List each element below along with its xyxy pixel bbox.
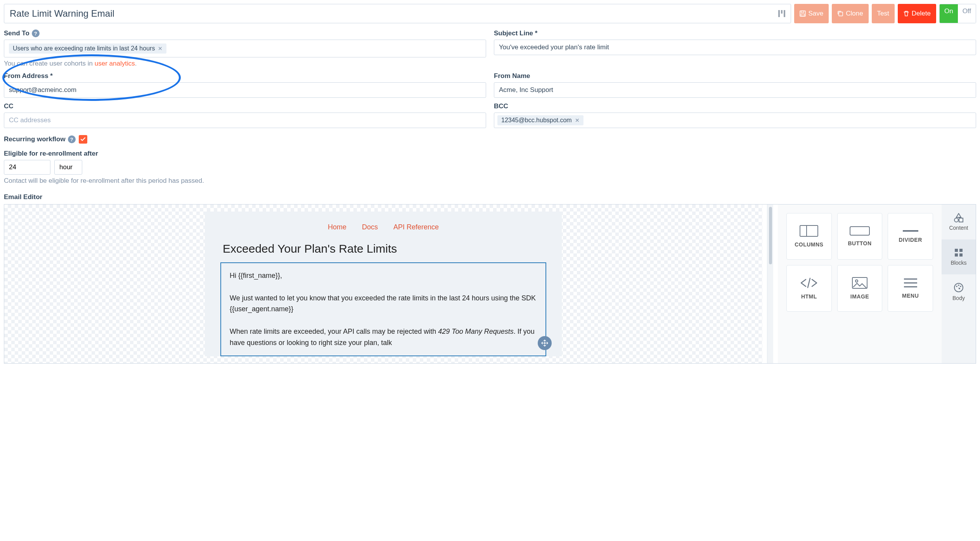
svg-rect-21	[959, 253, 963, 257]
svg-point-16	[954, 218, 958, 222]
svg-rect-4	[801, 11, 804, 13]
send-to-hint: You can create user cohorts in user anal…	[4, 60, 486, 68]
email-paragraph-2: When rate limits are exceeded, your API …	[230, 326, 537, 349]
delete-button[interactable]: Delete	[898, 4, 936, 23]
workflow-title-input[interactable]: Rate Limit Warning Email	[4, 4, 791, 23]
recurring-checkbox[interactable]	[79, 135, 87, 144]
tile-image[interactable]: IMAGE	[837, 265, 883, 312]
svg-point-12	[855, 280, 858, 282]
workflow-title-text: Rate Limit Warning Email	[10, 8, 114, 19]
recurring-label: Recurring workflow	[4, 135, 66, 143]
cc-label: CC	[4, 102, 486, 110]
email-paragraph-1: We just wanted to let you know that you …	[230, 293, 537, 315]
recurring-field: Recurring workflow ?	[4, 135, 976, 144]
cohort-chip: Users who are exceeding rate limits in l…	[9, 43, 166, 54]
from-address-input[interactable]	[4, 82, 486, 98]
bcc-input[interactable]: 12345@bcc.hubspot.com ✕	[494, 113, 976, 128]
svg-rect-6	[839, 12, 843, 16]
from-address-label: From Address *	[4, 72, 486, 80]
tile-columns[interactable]: COLUMNS	[786, 213, 832, 260]
move-block-handle[interactable]	[538, 336, 552, 350]
nav-link-api[interactable]: API Reference	[393, 223, 439, 231]
remove-chip-icon[interactable]: ✕	[158, 45, 163, 52]
editor-right-panel: COLUMNS BUTTON DIVIDER HTML IMAGE	[778, 205, 976, 363]
svg-rect-2	[784, 10, 785, 17]
cc-text[interactable]	[9, 116, 481, 124]
subject-text[interactable]	[499, 43, 971, 51]
email-greeting: Hi {{first_name}},	[230, 270, 537, 281]
clone-button[interactable]: Clone	[832, 4, 868, 23]
canvas-scrollbar[interactable]	[767, 205, 773, 363]
side-tab-content[interactable]: Content	[942, 205, 976, 239]
svg-rect-1	[781, 10, 783, 14]
email-editor-label: Email Editor	[4, 193, 976, 201]
svg-rect-7	[800, 225, 818, 236]
from-name-label: From Name	[494, 72, 976, 80]
svg-rect-20	[955, 253, 958, 257]
template-variable-icon[interactable]	[778, 9, 785, 18]
send-to-field: Send To ? Users who are exceeding rate l…	[4, 29, 486, 68]
from-address-text[interactable]	[9, 86, 481, 94]
from-name-text[interactable]	[499, 86, 971, 94]
svg-rect-5	[801, 14, 805, 16]
send-to-input[interactable]: Users who are exceeding rate limits in l…	[4, 40, 486, 57]
subject-label: Subject Line *	[494, 29, 976, 37]
email-heading[interactable]: Exceeded Your Plan's Rate Limits	[223, 242, 554, 255]
reenroll-unit-input[interactable]	[54, 160, 82, 175]
email-canvas[interactable]: Home Docs API Reference Exceeded Your Pl…	[4, 205, 762, 363]
reenroll-hint: Contact will be eligible for re-enrollme…	[4, 177, 976, 185]
tile-divider[interactable]: DIVIDER	[888, 213, 933, 260]
send-to-label: Send To	[4, 29, 29, 37]
tile-button[interactable]: BUTTON	[837, 213, 883, 260]
remove-bcc-chip-icon[interactable]: ✕	[575, 117, 580, 123]
svg-rect-17	[959, 218, 963, 222]
from-address-field: From Address *	[4, 72, 486, 98]
nav-link-home[interactable]: Home	[328, 223, 346, 231]
tile-menu[interactable]: MENU	[888, 265, 933, 312]
svg-rect-0	[778, 10, 780, 17]
svg-point-24	[958, 284, 959, 286]
side-tab-body[interactable]: Body	[942, 274, 976, 309]
svg-rect-9	[850, 227, 869, 235]
help-icon[interactable]: ?	[68, 135, 76, 143]
from-name-input[interactable]	[494, 82, 976, 98]
svg-rect-19	[959, 249, 963, 252]
test-button[interactable]: Test	[872, 4, 895, 23]
reenroll-value-input[interactable]	[4, 160, 50, 175]
cc-field: CC	[4, 102, 486, 128]
email-nav: Home Docs API Reference	[213, 223, 554, 231]
side-tab-blocks[interactable]: Blocks	[942, 239, 976, 274]
toggle-on[interactable]: On	[940, 4, 958, 23]
help-icon[interactable]: ?	[32, 29, 40, 37]
cc-input[interactable]	[4, 113, 486, 128]
reenroll-label: Eligible for re-enrollment after	[4, 150, 976, 158]
svg-point-23	[956, 286, 957, 287]
bcc-chip: 12345@bcc.hubspot.com ✕	[497, 115, 583, 125]
reenroll-field: Eligible for re-enrollment after Contact…	[4, 150, 976, 185]
svg-rect-18	[955, 249, 958, 252]
toggle-off[interactable]: Off	[958, 4, 976, 23]
scrollbar-thumb[interactable]	[769, 207, 772, 264]
subject-input[interactable]	[494, 40, 976, 55]
tile-html[interactable]: HTML	[786, 265, 832, 312]
bcc-label: BCC	[494, 102, 976, 110]
subject-field: Subject Line *	[494, 29, 976, 68]
email-body-block[interactable]: Hi {{first_name}}, We just wanted to let…	[220, 262, 546, 356]
bcc-field: BCC 12345@bcc.hubspot.com ✕	[494, 102, 976, 128]
save-button[interactable]: Save	[794, 4, 829, 23]
svg-point-25	[960, 286, 961, 287]
nav-link-docs[interactable]: Docs	[362, 223, 378, 231]
from-name-field: From Name	[494, 72, 976, 98]
on-off-toggle[interactable]: On Off	[939, 4, 976, 23]
user-analytics-link[interactable]: user analytics	[95, 60, 135, 67]
